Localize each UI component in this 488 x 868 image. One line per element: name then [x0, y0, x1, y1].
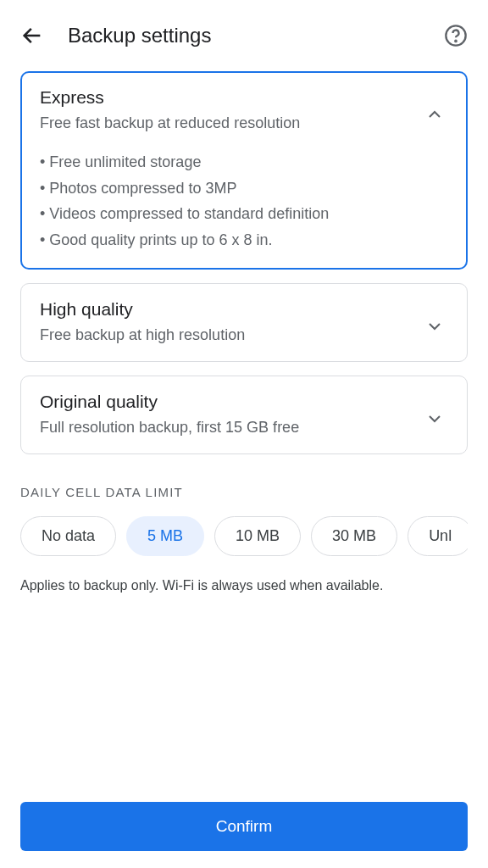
- option-original-quality[interactable]: Original quality Full resolution backup,…: [20, 376, 468, 454]
- card-header: Original quality Full resolution backup,…: [40, 392, 448, 438]
- data-limit-label: DAILY CELL DATA LIMIT: [20, 485, 468, 499]
- detail-item: • Free unlimited storage: [40, 149, 448, 175]
- option-title: Express: [40, 87, 424, 108]
- chip-no-data[interactable]: No data: [20, 516, 116, 556]
- chip-30mb[interactable]: 30 MB: [311, 516, 397, 556]
- content: Express Free fast backup at reduced reso…: [0, 71, 488, 595]
- svg-point-2: [455, 41, 456, 42]
- card-header: Express Free fast backup at reduced reso…: [40, 87, 448, 134]
- confirm-button[interactable]: Confirm: [20, 802, 468, 851]
- card-text: Original quality Full resolution backup,…: [40, 392, 424, 438]
- option-high-quality[interactable]: High quality Free backup at high resolut…: [20, 283, 468, 362]
- back-arrow-icon[interactable]: [20, 24, 44, 47]
- option-details: • Free unlimited storage • Photos compre…: [40, 149, 448, 253]
- chevron-down-icon[interactable]: [424, 409, 445, 429]
- option-subtitle: Free fast backup at reduced resolution: [40, 113, 424, 134]
- card-text: Express Free fast backup at reduced reso…: [40, 87, 424, 134]
- data-limit-helper: Applies to backup only. Wi-Fi is always …: [20, 576, 468, 595]
- detail-item: • Photos compressed to 3MP: [40, 175, 448, 202]
- option-subtitle: Full resolution backup, first 15 GB free: [40, 417, 424, 438]
- page-title: Backup settings: [68, 24, 420, 47]
- option-title: Original quality: [40, 392, 424, 412]
- option-express[interactable]: Express Free fast backup at reduced reso…: [20, 71, 468, 270]
- detail-item: • Videos compressed to standard definiti…: [40, 201, 448, 227]
- detail-item: • Good quality prints up to 6 x 8 in.: [40, 227, 448, 253]
- chip-unlimited[interactable]: Unl: [408, 516, 468, 556]
- help-icon[interactable]: [444, 24, 468, 47]
- option-subtitle: Free backup at high resolution: [40, 325, 424, 346]
- chip-10mb[interactable]: 10 MB: [214, 516, 301, 556]
- chevron-down-icon[interactable]: [424, 316, 445, 337]
- option-title: High quality: [40, 299, 424, 320]
- chip-5mb[interactable]: 5 MB: [126, 516, 204, 556]
- data-limit-chips: No data 5 MB 10 MB 30 MB Unl: [20, 516, 468, 556]
- card-text: High quality Free backup at high resolut…: [40, 299, 424, 346]
- chevron-up-icon[interactable]: [424, 104, 445, 125]
- header: Backup settings: [0, 0, 488, 71]
- card-header: High quality Free backup at high resolut…: [40, 299, 448, 346]
